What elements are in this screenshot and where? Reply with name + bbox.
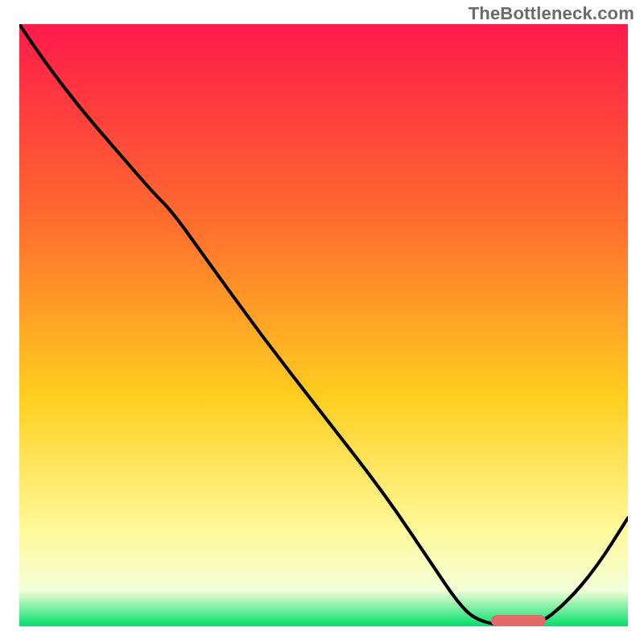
watermark-text: TheBottleneck.com	[469, 3, 634, 24]
plot-area	[19, 24, 628, 626]
chart-stage: TheBottleneck.com	[0, 0, 644, 644]
bottleneck-curve	[19, 24, 628, 626]
curve-path	[19, 24, 628, 626]
optimal-range-marker	[491, 615, 546, 626]
